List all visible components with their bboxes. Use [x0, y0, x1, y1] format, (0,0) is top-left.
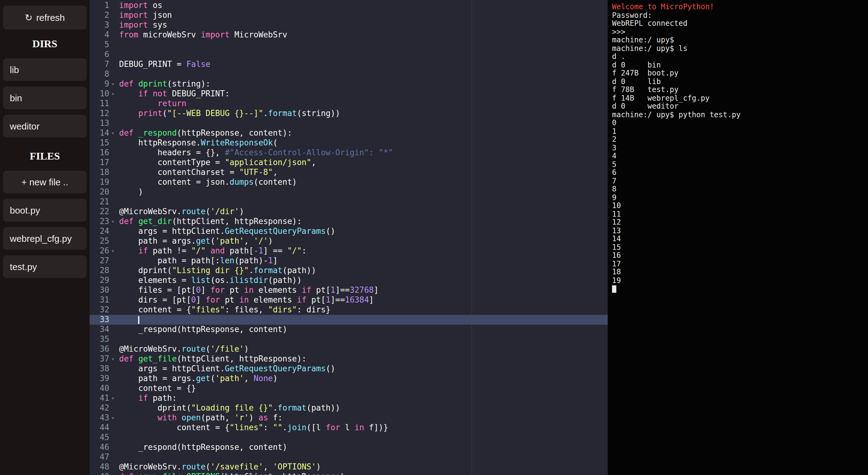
line-gutter: 23▾ [90, 217, 117, 226]
code-line[interactable]: 3import sys [90, 20, 608, 30]
fold-icon[interactable]: ▾ [109, 246, 117, 256]
code-line[interactable]: 39 path = args.get('path', None) [90, 374, 608, 384]
code-line[interactable]: 21 [90, 197, 608, 207]
code-line[interactable]: 31 dirs = [pt[0] for pt in elements if p… [90, 295, 608, 305]
code-line[interactable]: 43▾ with open(path, 'r') as f: [90, 413, 608, 423]
code-editor[interactable]: 1import os2import json3import sys4from m… [90, 0, 608, 475]
line-number: 11 [100, 99, 109, 108]
code-token: format [278, 403, 307, 412]
code-line[interactable]: 14▾def _respond(httpResponse, content): [90, 128, 608, 138]
code-line[interactable]: 13 [90, 119, 608, 128]
code-token: ] [273, 256, 278, 265]
code-line[interactable]: 46 _respond(httpResponse, content) [90, 442, 608, 452]
code-line[interactable]: 33 [90, 315, 608, 325]
dir-button[interactable]: lib [3, 58, 87, 81]
code-token: "lines" [229, 423, 264, 432]
fold-icon[interactable]: ▾ [109, 79, 117, 89]
fold-icon[interactable]: ▾ [109, 472, 117, 475]
line-number: 8 [104, 69, 109, 79]
fold-icon[interactable]: ▾ [109, 354, 117, 364]
code-line[interactable]: 9▾def dprint(string): [90, 79, 608, 89]
code-line[interactable]: 28 dprint("Listing dir {}".format(path)) [90, 266, 608, 276]
line-number: 28 [100, 266, 109, 276]
new-file-button[interactable]: + new file .. [3, 170, 87, 193]
dir-button[interactable]: weditor [3, 115, 87, 137]
code-line[interactable]: 8 [90, 69, 608, 79]
fold-icon[interactable]: ▾ [109, 393, 117, 403]
code-token: _respond [138, 128, 177, 137]
code-line[interactable]: 11 return [90, 99, 608, 108]
code-line[interactable]: 5 [90, 40, 608, 50]
code-token: route [182, 462, 206, 471]
code-line[interactable]: 41▾ if path: [90, 393, 608, 403]
sidebar: ↻refresh DIRS libbinweditor FILES + new … [0, 0, 90, 475]
code-line[interactable]: 36@MicroWebSrv.route('/file') [90, 344, 608, 354]
code-line[interactable]: 16 headers = {}, #"Access-Control-Allow-… [90, 148, 608, 158]
code-line[interactable]: 29 elements = list(os.ilistdir(path)) [90, 276, 608, 285]
code-token: 0 [196, 285, 201, 294]
code-line[interactable]: 19 content = json.dumps(content) [90, 177, 608, 187]
code-token: route [182, 344, 206, 353]
file-button[interactable]: webrepl_cfg.py [3, 227, 87, 250]
code-line[interactable]: 4from microWebSrv import MicroWebSrv [90, 30, 608, 40]
webrepl-terminal[interactable]: Welcome to MicroPython!Password:WebREPL … [608, 0, 868, 475]
code-line[interactable]: 12 print("[--WEB DEBUG {}--]".format(str… [90, 108, 608, 119]
code-line[interactable]: 48@MicroWebSrv.route('/savefile', 'OPTIO… [90, 462, 608, 472]
code-token: (path)) [307, 403, 340, 412]
code-line[interactable]: 22@MicroWebSrv.route('/dir') [90, 207, 608, 217]
code-line[interactable]: 6 [90, 50, 608, 60]
code-token: (path)) [282, 266, 316, 275]
files-list: boot.pywebrepl_cfg.pytest.py [3, 199, 87, 284]
terminal-line: 14 [612, 235, 868, 243]
file-button[interactable]: test.py [3, 255, 87, 278]
code-line[interactable]: 47 [90, 452, 608, 462]
code-line[interactable]: 34 _respond(httpResponse, content) [90, 325, 608, 335]
code-line[interactable]: 23▾def get_dir(httpClient, httpResponse)… [90, 217, 608, 226]
code-line[interactable]: 30 files = [pt[0] for pt in elements if … [90, 285, 608, 295]
code-line[interactable]: 26▾ if path != "/" and path[-1] == "/": [90, 246, 608, 256]
code-token: dirs = [pt[ [119, 295, 191, 305]
code-line[interactable]: 2import json [90, 10, 608, 20]
code-text: path = args.get('path', None) [117, 374, 278, 384]
code-line[interactable]: 42 dprint("Loading file {}".format(path)… [90, 403, 608, 413]
code-line[interactable]: 32 content = {"files": files, "dirs": di… [90, 305, 608, 315]
fold-icon[interactable]: ▾ [109, 413, 117, 423]
code-line[interactable]: 1import os [90, 1, 608, 10]
code-line[interactable]: 37▾def get_file(httpClient, httpResponse… [90, 354, 608, 364]
code-token: pt[ [311, 285, 331, 294]
code-token: elements = [119, 276, 191, 285]
terminal-line: 8 [612, 185, 868, 194]
line-gutter: 9▾ [90, 79, 117, 89]
code-line[interactable]: 7DEBUG_PRINT = False [90, 60, 608, 69]
terminal-line: 11 [612, 210, 868, 219]
code-line[interactable]: 27 path = path[:len(path)-1] [90, 256, 608, 266]
line-number: 29 [100, 276, 109, 285]
code-line[interactable]: 38 args = httpClient.GetRequestQueryPara… [90, 364, 608, 374]
code-line[interactable]: 45 [90, 433, 608, 442]
code-line[interactable]: 17 contentType = "application/json", [90, 158, 608, 167]
line-gutter: 44 [90, 423, 117, 433]
code-line[interactable]: 18 contentCharset = "UTF-8", [90, 167, 608, 177]
code-token: for [210, 285, 225, 294]
code-line[interactable]: 35 [90, 335, 608, 344]
fold-icon[interactable]: ▾ [109, 217, 117, 226]
code-line[interactable]: 24 args = httpClient.GetRequestQueryPara… [90, 226, 608, 236]
fold-icon[interactable]: ▾ [109, 89, 117, 99]
code-token: print [138, 108, 162, 118]
file-button[interactable]: boot.py [3, 199, 87, 222]
terminal-line: 10 [612, 202, 868, 210]
code-line[interactable]: 44 content = {"lines": "".join([l for l … [90, 423, 608, 433]
code-line[interactable]: 10▾ if not DEBUG_PRINT: [90, 89, 608, 99]
code-line[interactable]: 25 path = args.get('path', '/') [90, 236, 608, 246]
code-line[interactable]: 40 content = {} [90, 384, 608, 393]
terminal-line: 17 [612, 260, 868, 268]
dir-button[interactable]: bin [3, 87, 87, 109]
code-text: args = httpClient.GetRequestQueryParams(… [117, 226, 335, 236]
fold-icon[interactable]: ▾ [109, 128, 117, 138]
line-gutter: 43▾ [90, 413, 117, 423]
line-number: 25 [100, 236, 109, 246]
refresh-button[interactable]: ↻refresh [3, 5, 87, 29]
code-line[interactable]: 15 httpResponse.WriteResponseOk( [90, 138, 608, 148]
code-line[interactable]: 49▾def save_file_OPTIONS(httpClient, htt… [90, 472, 608, 475]
code-line[interactable]: 20 ) [90, 187, 608, 197]
